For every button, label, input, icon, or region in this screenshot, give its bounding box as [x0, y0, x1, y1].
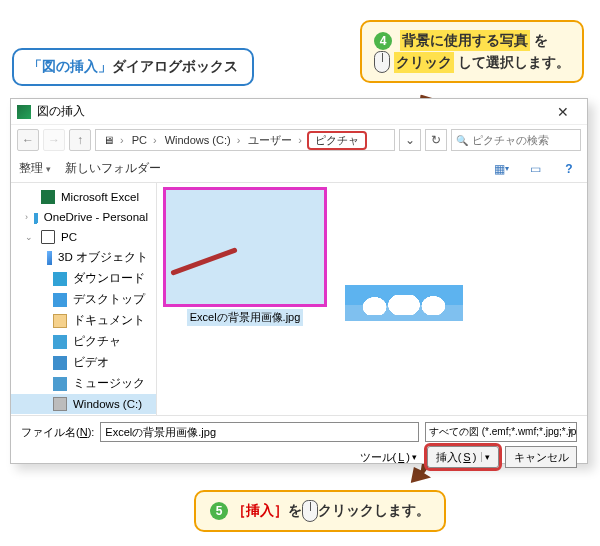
- folder-icon: [41, 190, 55, 204]
- expand-icon: ›: [25, 212, 28, 222]
- view-button[interactable]: ▦▾: [491, 159, 511, 179]
- callout-hl-2: クリック: [394, 52, 454, 73]
- insert-button[interactable]: 挿入(S): [427, 446, 499, 468]
- folder-icon: [53, 377, 67, 391]
- sidebar-item[interactable]: 3D オブジェクト: [11, 247, 156, 268]
- sidebar-item-label: ピクチャ: [73, 334, 121, 349]
- expand-icon: ⌄: [25, 232, 35, 242]
- close-button[interactable]: ✕: [545, 99, 581, 124]
- callout-rest-text: ダイアログボックス: [112, 58, 238, 76]
- folder-icon: [53, 356, 67, 370]
- step-badge-4: 4: [374, 32, 392, 50]
- mouse-icon: [374, 51, 390, 73]
- folder-icon: [53, 293, 67, 307]
- address-bar: ← → ↑ 🖥 PC Windows (C:) ユーザー ピクチャ ⌄ ↻ 🔍: [11, 125, 587, 155]
- tools-menu[interactable]: ツール(L) ▾: [360, 450, 417, 465]
- sidebar-item[interactable]: ダウンロード: [11, 268, 156, 289]
- file-name-label: Excelの背景用画像.jpg: [187, 309, 304, 326]
- callout-insert-label: ［挿入］: [232, 502, 288, 520]
- back-button[interactable]: ←: [17, 129, 39, 151]
- sidebar-item[interactable]: ドキュメント: [11, 310, 156, 331]
- sidebar-item-label: OneDrive - Personal: [44, 211, 148, 223]
- crumb-user[interactable]: ユーザー: [245, 133, 305, 148]
- sidebar-item-label: 3D オブジェクト: [58, 250, 148, 265]
- refresh-button[interactable]: ↻: [425, 129, 447, 151]
- folder-icon: [47, 251, 52, 265]
- dialog-title: 図の挿入: [37, 103, 85, 120]
- search-box[interactable]: 🔍: [451, 129, 581, 151]
- thumbnail-image: [165, 189, 325, 305]
- file-thumbnail[interactable]: [345, 189, 463, 325]
- sidebar-item-label: Windows (C:): [73, 398, 142, 410]
- cancel-button[interactable]: キャンセル: [505, 446, 577, 468]
- filename-label: ファイル名(N):: [21, 425, 94, 440]
- folder-icon: [53, 314, 67, 328]
- crumb-home[interactable]: 🖥: [100, 134, 127, 146]
- crumb-drive[interactable]: Windows (C:): [162, 134, 244, 146]
- callout-step-5: 5 ［挿入］ を クリック します。: [194, 490, 446, 532]
- folder-icon: [53, 272, 67, 286]
- folder-icon: [53, 335, 67, 349]
- sidebar-item[interactable]: ピクチャ: [11, 331, 156, 352]
- toolbar: 整理▾ 新しいフォルダー ▦▾ ▭ ?: [11, 155, 587, 183]
- file-filter-combo[interactable]: すべての図 (*.emf;*.wmf;*.jpg;*.jp: [425, 422, 577, 442]
- crumb-pc[interactable]: PC: [129, 134, 160, 146]
- thumbnail-image: [345, 285, 463, 321]
- titlebar: 図の挿入 ✕: [11, 99, 587, 125]
- sidebar-item-label: Microsoft Excel: [61, 191, 139, 203]
- file-thumbnail[interactable]: Excelの背景用画像.jpg: [163, 189, 327, 326]
- dialog-footer: ファイル名(N): すべての図 (*.emf;*.wmf;*.jpg;*.jp …: [11, 415, 587, 476]
- sidebar-item[interactable]: ビデオ: [11, 352, 156, 373]
- new-folder-button[interactable]: 新しいフォルダー: [65, 160, 161, 177]
- sidebar-item-label: ドキュメント: [73, 313, 145, 328]
- crumb-current[interactable]: ピクチャ: [307, 131, 367, 150]
- step-badge-5: 5: [210, 502, 228, 520]
- sidebar-item-label: ビデオ: [73, 355, 109, 370]
- folder-icon: [41, 230, 55, 244]
- sidebar-item[interactable]: ⌄PC: [11, 227, 156, 247]
- file-area[interactable]: Excelの背景用画像.jpg: [157, 183, 587, 415]
- folder-icon: [34, 210, 38, 224]
- search-icon: 🔍: [456, 135, 468, 146]
- breadcrumb[interactable]: 🖥 PC Windows (C:) ユーザー ピクチャ: [95, 129, 395, 151]
- app-icon: [17, 105, 31, 119]
- help-button[interactable]: ?: [559, 159, 579, 179]
- sidebar-item-label: PC: [61, 231, 77, 243]
- sidebar-item[interactable]: デスクトップ: [11, 289, 156, 310]
- up-button[interactable]: ↑: [69, 129, 91, 151]
- sidebar: Microsoft Excel›OneDrive - Personal⌄PC 3…: [11, 183, 157, 415]
- sidebar-item-label: ダウンロード: [73, 271, 145, 286]
- callout-step-4: 4 背景に使用する写真 を クリック して選択します。: [360, 20, 584, 83]
- callout-hl-1: 背景に使用する写真: [400, 30, 530, 51]
- sidebar-item-label: ミュージック: [73, 376, 145, 391]
- sidebar-item[interactable]: ミュージック: [11, 373, 156, 394]
- dropdown-history-button[interactable]: ⌄: [399, 129, 421, 151]
- callout-blue-text: 「図の挿入」: [28, 58, 112, 76]
- search-input[interactable]: [472, 134, 576, 146]
- sidebar-item[interactable]: Microsoft Excel: [11, 187, 156, 207]
- forward-button[interactable]: →: [43, 129, 65, 151]
- mouse-icon: [302, 500, 318, 522]
- sidebar-item[interactable]: ›OneDrive - Personal: [11, 207, 156, 227]
- sidebar-item-label: デスクトップ: [73, 292, 145, 307]
- insert-picture-dialog: 図の挿入 ✕ ← → ↑ 🖥 PC Windows (C:) ユーザー ピクチャ…: [10, 98, 588, 464]
- organize-button[interactable]: 整理▾: [19, 160, 51, 177]
- folder-icon: [53, 397, 67, 411]
- sidebar-item[interactable]: Windows (C:): [11, 394, 156, 414]
- filename-input[interactable]: [100, 422, 419, 442]
- preview-button[interactable]: ▭: [525, 159, 545, 179]
- callout-dialog-name: 「図の挿入」 ダイアログボックス: [12, 48, 254, 86]
